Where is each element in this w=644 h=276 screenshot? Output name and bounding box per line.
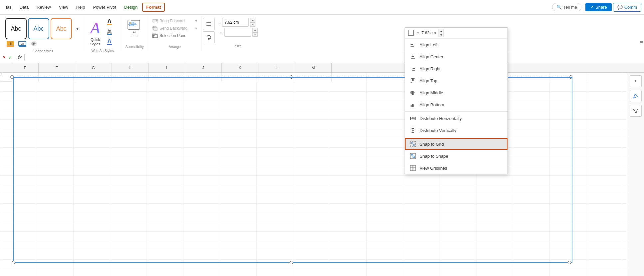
sheet-area: 1 xyxy=(0,73,644,276)
quick-styles-btn[interactable]: A QuickStyles xyxy=(88,17,102,48)
handle-bl[interactable] xyxy=(12,261,15,264)
menu-design[interactable]: Design xyxy=(121,3,141,11)
text-outline-btn[interactable]: A xyxy=(105,27,117,36)
svg-marker-38 xyxy=(633,109,638,113)
distribute-v-item[interactable]: Distribute Vertically xyxy=(405,124,507,136)
handle-bm[interactable] xyxy=(290,261,293,264)
formula-cancel-btn[interactable]: × xyxy=(3,54,6,60)
menu-data[interactable]: Data xyxy=(16,3,32,11)
shape-fill-btn[interactable]: Fill xyxy=(5,40,15,48)
col-header-k[interactable]: K xyxy=(222,63,258,72)
col-header-f[interactable]: F xyxy=(39,63,75,72)
menu-format[interactable]: Format xyxy=(142,3,165,12)
col-header-m[interactable]: M xyxy=(295,63,332,72)
svg-text:Text: Text xyxy=(132,34,138,35)
share-button[interactable]: ↗ Share xyxy=(585,3,612,11)
col-header-g[interactable]: G xyxy=(75,63,112,72)
tell-me-label: Tell me xyxy=(563,5,577,10)
align-bottom-label: Align Bottom xyxy=(420,102,444,107)
align-top-item[interactable]: Align Top xyxy=(405,75,507,87)
wordart-icons: A QuickStyles A A xyxy=(88,17,117,48)
text-fill-btn[interactable]: A xyxy=(105,17,117,26)
snap-to-shape-item[interactable]: Snap to Shape xyxy=(405,150,507,162)
view-gridlines-label: View Gridlines xyxy=(420,166,447,171)
align-right-item[interactable]: Align Right xyxy=(405,63,507,75)
shape-styles-more-btn[interactable]: ▾ xyxy=(73,18,81,39)
width-spin-up[interactable]: ▲ xyxy=(252,28,258,32)
formula-input[interactable] xyxy=(27,55,641,60)
handle-br[interactable] xyxy=(568,261,571,264)
shape-style-btn-2[interactable]: Abc xyxy=(28,18,49,39)
width-input-row: ↔ ▲ ▼ xyxy=(219,28,258,37)
row-num-header xyxy=(0,63,12,72)
align-center-item[interactable]: Align Center xyxy=(405,51,507,63)
width-spin-down[interactable]: ▼ xyxy=(252,32,258,37)
alt-text-btn[interactable]: Alt Text xyxy=(125,17,144,36)
shape-outline-btn[interactable]: Ln xyxy=(17,40,27,48)
send-backward-btn[interactable]: Send Backward ▾ xyxy=(151,25,198,32)
menu-las[interactable]: las xyxy=(3,3,15,11)
selection-pane-label: Selection Pane xyxy=(160,33,186,38)
height-spin-down[interactable]: ▼ xyxy=(250,22,255,27)
menu-help[interactable]: Help xyxy=(73,3,89,11)
filter-btn[interactable] xyxy=(630,105,642,117)
selection-pane-btn[interactable]: Selection Pane xyxy=(151,32,198,39)
size-inputs: ↕ ▲ ▼ ↔ ▲ ▼ Size ⧉ xyxy=(216,16,260,51)
col-header-j[interactable]: J xyxy=(185,63,222,72)
col-header-h[interactable]: H xyxy=(112,63,149,72)
menu-power-pivot[interactable]: Power Pivot xyxy=(90,3,119,11)
align-middle-item[interactable]: Align Middle xyxy=(405,87,507,99)
bring-forward-btn[interactable]: Bring Forward ▾ xyxy=(151,17,198,25)
height-spin-up[interactable]: ▲ xyxy=(250,18,255,22)
svg-text:A: A xyxy=(107,18,112,25)
rotate-btn[interactable] xyxy=(203,31,215,43)
align-bottom-item[interactable]: Align Bottom xyxy=(405,99,507,111)
distribute-h-item[interactable]: Distribute Horizontally xyxy=(405,112,507,124)
svg-rect-75 xyxy=(413,156,415,158)
width-input[interactable] xyxy=(224,28,251,37)
svg-rect-52 xyxy=(412,78,414,81)
text-effects-btn[interactable]: A xyxy=(105,37,117,46)
col-header-e[interactable]: E xyxy=(12,63,39,72)
size-launcher[interactable]: ⧉ xyxy=(640,40,643,44)
align-dropdown-btn[interactable] xyxy=(203,18,215,30)
accessibility-label: Accessibility xyxy=(126,44,144,49)
svg-text:Ln: Ln xyxy=(21,42,24,45)
svg-rect-71 xyxy=(411,142,413,144)
comments-button[interactable]: 💬 Comm xyxy=(613,3,641,12)
dropdown-size-down[interactable]: ▼ xyxy=(439,33,444,37)
col-header-l[interactable]: L xyxy=(258,63,295,72)
svg-rect-65 xyxy=(412,128,414,129)
align-left-item[interactable]: Align Left xyxy=(405,39,507,51)
shape-effects-btn[interactable]: Ef xyxy=(29,40,39,48)
view-gridlines-icon xyxy=(410,165,416,171)
paint-btn[interactable] xyxy=(630,90,642,102)
dropdown-divider-1 xyxy=(405,111,507,112)
tell-me-search[interactable]: 🔍 Tell me xyxy=(552,3,581,11)
shape-style-btn-1[interactable]: Abc xyxy=(5,18,27,39)
col-header-i[interactable]: I xyxy=(149,63,185,72)
align-right-icon xyxy=(410,65,416,72)
svg-point-19 xyxy=(130,22,131,24)
align-left-icon xyxy=(410,41,416,48)
height-input[interactable] xyxy=(222,18,249,27)
view-gridlines-item[interactable]: View Gridlines xyxy=(405,162,507,174)
formula-confirm-btn[interactable]: ✓ xyxy=(8,55,12,60)
distribute-h-icon xyxy=(410,115,416,122)
bring-forward-label: Bring Forward xyxy=(160,19,184,23)
svg-rect-39 xyxy=(408,30,414,35)
svg-rect-55 xyxy=(412,91,414,95)
shape-effects-row: Fill Ln Ef xyxy=(5,40,81,48)
svg-rect-23 xyxy=(153,19,156,22)
svg-rect-26 xyxy=(154,28,157,30)
menu-view[interactable]: View xyxy=(56,3,72,11)
svg-rect-59 xyxy=(411,105,412,107)
distribute-v-icon xyxy=(410,127,416,134)
shape-style-btn-3[interactable]: Abc xyxy=(51,18,72,39)
plus-btn[interactable]: + xyxy=(630,75,642,87)
dropdown-size-up[interactable]: ▲ xyxy=(439,29,444,33)
snap-to-grid-item[interactable]: Snap to Grid xyxy=(405,138,507,150)
shape-styles-row: Abc Abc Abc ▾ xyxy=(5,18,81,39)
menu-review[interactable]: Review xyxy=(33,3,54,11)
svg-text:Alt: Alt xyxy=(133,31,137,34)
